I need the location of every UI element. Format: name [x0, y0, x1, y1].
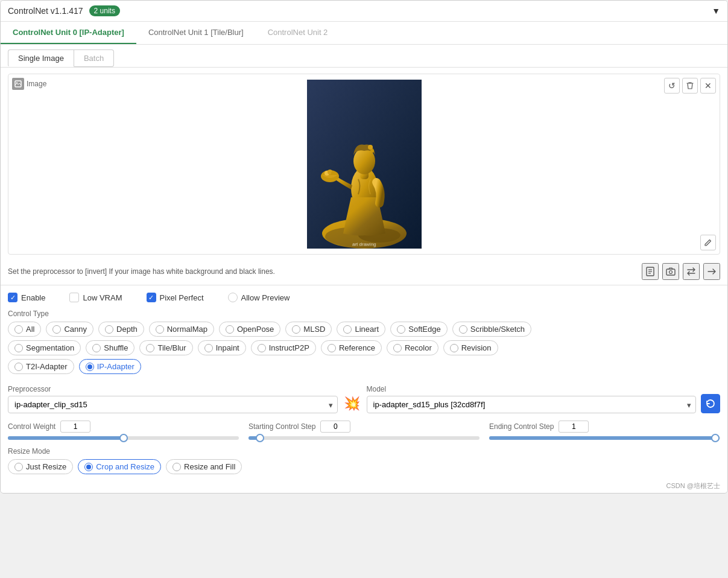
- radio-lineart[interactable]: Lineart: [337, 322, 385, 337]
- content-area: Single Image Batch Image: [1, 45, 727, 493]
- ending-step-label: Ending Control Step: [489, 422, 554, 431]
- ending-step-thumb[interactable]: [711, 434, 720, 442]
- starting-step-label-row: Starting Control Step: [248, 421, 480, 433]
- radio-resize-fill[interactable]: Resize and Fill: [166, 459, 242, 474]
- radio-inpaint[interactable]: Inpaint: [198, 340, 246, 355]
- tab-unit0[interactable]: ControlNet Unit 0 [IP-Adapter]: [1, 22, 136, 44]
- radio-instructp2p[interactable]: InstructP2P: [251, 340, 316, 355]
- radio-ip-adapter[interactable]: IP-Adapter: [79, 359, 141, 374]
- starting-step-label: Starting Control Step: [248, 422, 315, 431]
- reset-image-button[interactable]: ↺: [664, 78, 680, 94]
- radio-label-canny: Canny: [64, 325, 87, 334]
- radio-circle-all: [14, 325, 23, 334]
- radio-mlsd[interactable]: MLSD: [285, 322, 332, 337]
- control-weight-thumb[interactable]: [119, 434, 128, 442]
- control-weight-label-row: Control Weight: [8, 421, 239, 433]
- radio-circle-depth: [105, 325, 113, 334]
- swap-icon-button[interactable]: [683, 263, 700, 280]
- svg-point-9: [368, 145, 373, 150]
- radio-just-resize[interactable]: Just Resize: [8, 459, 73, 474]
- options-row: ✓ Enable Low VRAM ✓ Pixel Perfect Allow …: [1, 288, 727, 307]
- enable-checkbox[interactable]: ✓: [8, 293, 17, 302]
- tab-unit2[interactable]: ControlNet Unit 2: [256, 22, 340, 44]
- radio-label-just-resize: Just Resize: [26, 462, 66, 471]
- preprocessor-group: Preprocessor ip-adapter_clip_sd15 ▾: [8, 385, 338, 413]
- radio-depth[interactable]: Depth: [98, 322, 144, 337]
- radio-circle-recolor: [393, 344, 402, 352]
- pixel-perfect-group: ✓ Pixel Perfect: [147, 293, 204, 302]
- control-type-row-3: T2I-Adapter IP-Adapter: [8, 359, 720, 374]
- radio-canny[interactable]: Canny: [46, 322, 93, 337]
- low-vram-group: Low VRAM: [69, 293, 122, 302]
- radio-label-depth: Depth: [116, 325, 138, 334]
- image-upload-area[interactable]: Image: [8, 74, 720, 255]
- radio-label-lineart: Lineart: [355, 325, 379, 334]
- radio-segmentation[interactable]: Segmentation: [8, 340, 81, 355]
- preprocessor-select[interactable]: ip-adapter_clip_sd15: [8, 396, 338, 413]
- radio-label-normalmap: NormalMap: [167, 325, 207, 334]
- arrow-right-icon-button[interactable]: [703, 263, 720, 280]
- edit-image-button[interactable]: [700, 235, 716, 250]
- radio-openpose[interactable]: OpenPose: [219, 322, 280, 337]
- model-select-wrap: ip-adapter_sd15_plus [32cd8f7f] ▾: [367, 396, 697, 413]
- trash-image-button[interactable]: [682, 78, 698, 94]
- hint-icons: [642, 263, 720, 280]
- svg-rect-20: [666, 269, 675, 275]
- radio-circle-normalmap: [156, 325, 164, 334]
- tab-unit1[interactable]: ControlNet Unit 1 [Tile/Blur]: [136, 22, 256, 44]
- radio-circle-openpose: [226, 325, 234, 334]
- ending-step-fill: [489, 436, 715, 440]
- control-weight-value[interactable]: [60, 421, 90, 433]
- control-type-row-1: All Canny Depth NormalMap OpenPose: [8, 322, 720, 337]
- explosion-button[interactable]: 💥: [343, 394, 362, 413]
- radio-circle-inpaint: [204, 344, 213, 352]
- enable-label: Enable: [21, 293, 45, 302]
- radio-label-scribble: Scribble/Sketch: [470, 325, 525, 334]
- radio-crop-resize[interactable]: Crop and Resize: [78, 459, 161, 474]
- enable-group: ✓ Enable: [8, 293, 45, 302]
- radio-reference[interactable]: Reference: [321, 340, 382, 355]
- starting-step-value[interactable]: [320, 421, 350, 433]
- pixel-perfect-checkbox[interactable]: ✓: [147, 293, 156, 302]
- collapse-icon[interactable]: ▼: [712, 6, 720, 16]
- control-type-grid: All Canny Depth NormalMap OpenPose: [1, 319, 727, 380]
- resize-label: Resize Mode: [8, 447, 720, 456]
- radio-circle-shuffle: [92, 344, 101, 352]
- radio-dot-crop-resize: [86, 465, 91, 469]
- radio-label-openpose: OpenPose: [237, 325, 274, 334]
- radio-circle-lineart: [343, 325, 352, 334]
- low-vram-checkbox[interactable]: [69, 293, 79, 302]
- control-weight-fill: [8, 436, 124, 440]
- image-label-text: Image: [27, 80, 46, 88]
- preprocessor-select-wrap: ip-adapter_clip_sd15 ▾: [8, 396, 338, 413]
- radio-softedge[interactable]: SoftEdge: [390, 322, 448, 337]
- radio-circle-crop-resize: [84, 463, 93, 471]
- starting-step-track: [248, 436, 480, 440]
- close-image-button[interactable]: ✕: [700, 78, 716, 94]
- starting-step-thumb[interactable]: [256, 434, 264, 442]
- radio-recolor[interactable]: Recolor: [387, 340, 438, 355]
- radio-all[interactable]: All: [8, 322, 41, 337]
- image-icon: [12, 78, 24, 90]
- sub-tab-single[interactable]: Single Image: [8, 49, 74, 67]
- radio-t2i[interactable]: T2I-Adapter: [8, 359, 74, 374]
- allow-preview-group: Allow Preview: [228, 293, 290, 302]
- radio-revision[interactable]: Revision: [443, 340, 498, 355]
- sub-tab-batch[interactable]: Batch: [74, 49, 114, 67]
- radio-scribble[interactable]: Scribble/Sketch: [452, 322, 531, 337]
- radio-circle-revision: [450, 344, 458, 352]
- document-icon-button[interactable]: [642, 263, 659, 280]
- low-vram-label: Low VRAM: [83, 293, 122, 302]
- sub-tabs: Single Image Batch: [1, 45, 727, 68]
- camera-icon-button[interactable]: [662, 263, 679, 280]
- ending-step-track: [489, 436, 720, 440]
- allow-preview-checkbox[interactable]: [228, 293, 238, 302]
- radio-normalmap[interactable]: NormalMap: [149, 322, 214, 337]
- refresh-model-button[interactable]: [701, 394, 720, 413]
- radio-tile-blur[interactable]: Tile/Blur: [139, 340, 192, 355]
- app-title: ControlNet v1.1.417: [8, 6, 83, 16]
- radio-shuffle[interactable]: Shuffle: [86, 340, 135, 355]
- radio-circle-softedge: [397, 325, 405, 334]
- model-select[interactable]: ip-adapter_sd15_plus [32cd8f7f]: [367, 396, 697, 413]
- ending-step-value[interactable]: [559, 421, 589, 433]
